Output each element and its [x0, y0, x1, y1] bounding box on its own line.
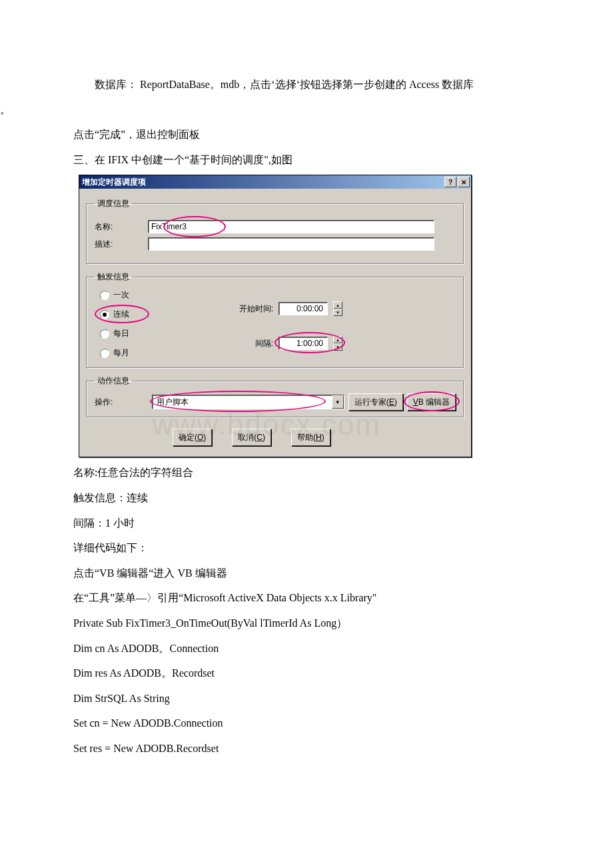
timer-dialog: 增加定时器调度项 ? ✕ 调度信息 名称: FixTimer3 描述: — [79, 175, 472, 457]
para-db: 数据库： ReportDataBase。mdb，点击‘选择‘按钮选择第一步创建的… — [73, 73, 540, 96]
para-step3: 三、在 IFIX 中创建一个“基于时间的调度",如图 — [73, 149, 540, 171]
para-code-header: 详细代码如下： — [73, 537, 540, 559]
help-button[interactable]: ? — [444, 177, 456, 187]
radio-once[interactable]: 一次 — [100, 289, 173, 301]
code-line-2: Dim cn As ADODB。Connection — [73, 637, 540, 660]
name-label: 名称: — [95, 221, 148, 233]
para-db-dot: 。 — [0, 99, 540, 121]
radio-daily-label: 每日 — [113, 328, 129, 339]
action-value: 用户脚本 — [153, 397, 332, 408]
ok-button[interactable]: 确定(O) — [173, 429, 212, 446]
spin-down-icon[interactable]: ▼ — [333, 309, 342, 316]
dropdown-arrow-icon[interactable]: ▼ — [332, 395, 344, 409]
radio-once-label: 一次 — [113, 289, 129, 301]
action-dropdown[interactable]: 用户脚本 ▼ — [152, 395, 344, 409]
code-line-3: Dim res As ADODB。Recordset — [73, 662, 540, 685]
close-button[interactable]: ✕ — [458, 177, 470, 187]
interval-input[interactable]: 1:00:00 — [279, 337, 328, 350]
vb-editor-button[interactable]: VB 编辑器 — [407, 393, 456, 411]
para-finish: 点击“完成”，退出控制面板 — [73, 123, 540, 146]
legend-schedule: 调度信息 — [95, 198, 132, 209]
spin-up-icon[interactable]: ▲ — [333, 336, 342, 343]
group-action: 动作信息 操作: 用户脚本 ▼ 运行专家(E) VB 编辑器 — [86, 375, 464, 418]
code-line-1: Private Sub FixTimer3_OnTimeOut(ByVal lT… — [73, 612, 540, 635]
legend-trigger: 触发信息 — [95, 271, 132, 283]
help-button-bottom[interactable]: 帮助(H) — [291, 429, 330, 446]
interval-spinner[interactable]: ▲ ▼ — [333, 336, 342, 351]
action-label: 操作: — [95, 397, 148, 408]
code-line-5: Set cn = New ADODB.Connection — [73, 712, 540, 735]
spin-up-icon[interactable]: ▲ — [333, 301, 342, 309]
radio-continuous-label: 连续 — [113, 309, 129, 320]
spin-down-icon[interactable]: ▼ — [333, 343, 342, 351]
para-tools-ref: 在“工具”菜单—〉引用“Microsoft ActiveX Data Objec… — [73, 587, 540, 609]
code-line-4: Dim StrSQL As String — [73, 687, 540, 710]
para-trigger-note: 触发信息：连续 — [73, 487, 540, 509]
desc-input[interactable] — [148, 237, 434, 251]
radio-daily[interactable]: 每日 — [100, 328, 173, 339]
para-vb-enter: 点击“VB 编辑器“进入 VB 编辑器 — [73, 562, 540, 585]
start-time-label: 开始时间: — [227, 303, 273, 315]
para-interval-note: 间隔：1 小时 — [73, 512, 540, 535]
start-time-spinner[interactable]: ▲ ▼ — [333, 301, 342, 316]
code-line-6: Set res = New ADODB.Recordset — [73, 737, 540, 760]
desc-label: 描述: — [95, 239, 148, 250]
interval-label: 间隔: — [227, 338, 273, 349]
start-time-input[interactable]: 0:00:00 — [279, 302, 328, 315]
para-name-note: 名称:任意合法的字符组合 — [73, 461, 540, 484]
group-schedule: 调度信息 名称: FixTimer3 描述: — [86, 198, 464, 265]
group-trigger: 触发信息 一次 连续 — [86, 271, 464, 369]
cancel-button[interactable]: 取消(C) — [232, 429, 271, 446]
legend-action: 动作信息 — [95, 375, 132, 387]
dialog-screenshot: 增加定时器调度项 ? ✕ 调度信息 名称: FixTimer3 描述: — [79, 175, 540, 457]
name-value: FixTimer3 — [151, 222, 187, 231]
name-input[interactable]: FixTimer3 — [148, 220, 434, 233]
start-time-value: 0:00:00 — [297, 304, 323, 313]
titlebar: 增加定时器调度项 ? ✕ — [79, 175, 471, 189]
radio-monthly-label: 每月 — [113, 347, 129, 359]
radio-monthly[interactable]: 每月 — [100, 347, 173, 359]
dialog-title: 增加定时器调度项 — [82, 177, 443, 188]
run-expert-button[interactable]: 运行专家(E) — [348, 393, 403, 411]
radio-continuous[interactable]: 连续 — [100, 309, 173, 320]
interval-value: 1:00:00 — [297, 339, 323, 348]
